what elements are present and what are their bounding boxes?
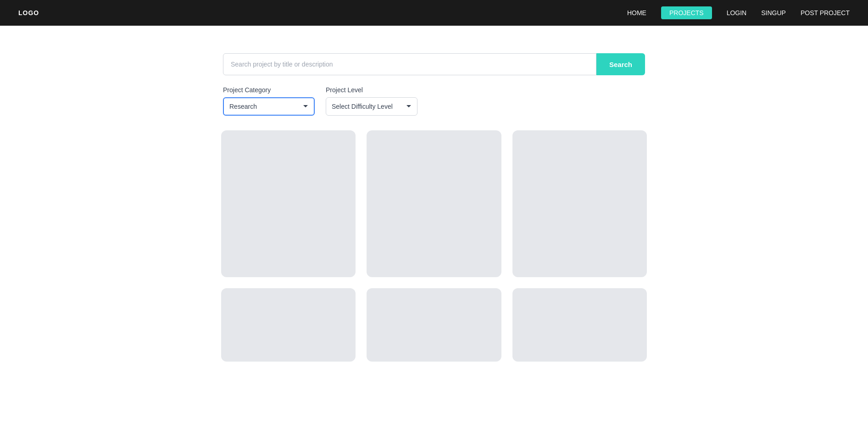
nav-login[interactable]: LOGIN xyxy=(727,9,747,17)
level-filter-group: Project Level Select Difficulty Level Be… xyxy=(326,86,417,116)
navbar: LOGO HOME PROJECTS LOGIN SINGUP POST PRO… xyxy=(0,0,868,26)
projects-grid xyxy=(214,130,654,362)
main-content: Search Project Category Research Design … xyxy=(0,26,868,389)
search-input[interactable] xyxy=(223,53,596,75)
search-container: Search xyxy=(223,53,645,75)
nav-projects[interactable]: PROJECTS xyxy=(661,6,712,19)
nav-singup[interactable]: SINGUP xyxy=(761,9,786,17)
project-card-5[interactable] xyxy=(367,288,501,362)
project-card-6[interactable] xyxy=(512,288,647,362)
category-select[interactable]: Research Design Development Marketing xyxy=(223,97,315,116)
level-select[interactable]: Select Difficulty Level Beginner Interme… xyxy=(326,97,417,116)
project-card-2[interactable] xyxy=(367,130,501,277)
project-card-4[interactable] xyxy=(221,288,356,362)
filters-container: Project Category Research Design Develop… xyxy=(223,86,645,116)
project-card-3[interactable] xyxy=(512,130,647,277)
search-button[interactable]: Search xyxy=(596,53,645,75)
nav-post-project[interactable]: POST PROJECT xyxy=(801,9,850,17)
category-filter-group: Project Category Research Design Develop… xyxy=(223,86,315,116)
logo: LOGO xyxy=(18,9,39,17)
nav-home[interactable]: HOME xyxy=(627,9,646,17)
nav-links: HOME PROJECTS LOGIN SINGUP POST PROJECT xyxy=(627,6,850,19)
project-card-1[interactable] xyxy=(221,130,356,277)
level-label: Project Level xyxy=(326,86,417,94)
category-label: Project Category xyxy=(223,86,315,94)
